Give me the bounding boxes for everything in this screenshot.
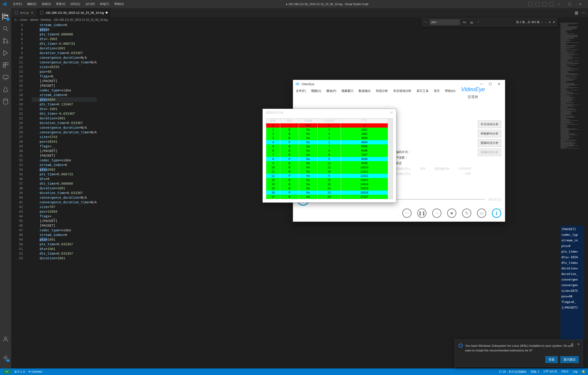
close-icon[interactable]: ✕ [496, 82, 503, 86]
stop-button[interactable]: ■ [447, 209, 456, 218]
ve-menu-item[interactable]: 视频窗口 [341, 89, 354, 93]
loop-button[interactable]: ↻ [462, 209, 471, 218]
ve-menu-item[interactable]: 非压缩域分析 [393, 89, 411, 93]
analyze-button[interactable]: 视频码流分析 [478, 139, 501, 147]
fullscreen-button[interactable]: ▭ [477, 209, 486, 218]
table-row[interactable]: 9BNo119009 [266, 161, 388, 165]
table-row[interactable]: 13BNo1513013 [266, 178, 388, 182]
table-row[interactable]: 1BNo31001 [266, 128, 388, 132]
menu-item[interactable]: 帮助(H) [112, 1, 126, 7]
status-item[interactable]: UTF-16 LE [543, 370, 557, 374]
prev-button[interactable]: ← [402, 209, 412, 218]
scm-icon[interactable] [2, 38, 9, 44]
tab[interactable]: 192.168.121.50_2023-12-10_23_06_10.log [37, 8, 111, 17]
more-icon[interactable]: ⋯ [581, 10, 585, 15]
tab[interactable]: test.py✕ [11, 8, 37, 17]
bell-icon[interactable]: 🔔 [582, 370, 585, 374]
menu-item[interactable]: 运行(R) [83, 1, 97, 7]
db-icon[interactable] [2, 98, 9, 105]
menu-item[interactable]: 终端(T) [97, 1, 111, 7]
close-icon[interactable]: ✕ [577, 343, 580, 346]
table-row[interactable]: 3BNo23003 [266, 136, 388, 140]
minimize-button[interactable]: ─ [554, 2, 564, 6]
ve-menu-item[interactable]: 其它工具 [417, 89, 429, 93]
maximize-icon[interactable]: ☐ [487, 82, 494, 86]
run-icon[interactable] [2, 50, 9, 56]
ve-menu-item[interactable]: 数据输出 [359, 89, 371, 93]
info-button[interactable]: i [492, 209, 501, 218]
maximize-button[interactable]: ☐ [564, 2, 575, 6]
explorer-icon[interactable]: 1 [2, 13, 9, 20]
prev-match-icon[interactable]: ↑ [541, 20, 543, 24]
layout-icon[interactable] [528, 2, 533, 6]
regex-opt[interactable]: .* [476, 20, 480, 24]
next-button[interactable]: → [432, 209, 441, 218]
find-in-selection-icon[interactable]: ≡ [549, 20, 550, 24]
close-find-icon[interactable]: ✕ [553, 20, 555, 24]
scrollbar[interactable] [388, 119, 393, 199]
testing-icon[interactable] [2, 86, 9, 92]
menu-item[interactable]: 查看(V) [54, 1, 68, 7]
table-row[interactable]: 7BNo67007 [266, 153, 388, 157]
remote-indicator[interactable]: >< [3, 370, 11, 374]
table-row[interactable]: 12PNo912012 [266, 174, 388, 178]
search-icon[interactable] [2, 25, 9, 32]
close-button[interactable]: ✕ [575, 2, 586, 6]
breadcrumb-item[interactable]: altnod [30, 18, 38, 21]
status-item[interactable]: 行 19，列 5 (已选择4) [499, 370, 526, 374]
analyze-button[interactable]: 非压缩域分析 [478, 121, 501, 128]
menu-item[interactable]: 选择(S) [39, 1, 53, 7]
problems[interactable]: ⊗ 0 ⚠ 0 [14, 370, 25, 373]
bitstream-titlebar[interactable]: 视频码流分析 ✕ [263, 109, 396, 116]
table-row[interactable]: 15BNo1415015 [266, 186, 388, 191]
ve-menu-item[interactable]: 码流分析 [376, 89, 388, 93]
remote-icon[interactable] [2, 74, 9, 81]
breadcrumb-item[interactable]: 192.168.121.50_2023-12-10_23_06_10.log [54, 18, 108, 21]
breadcrumb-item[interactable]: C: [14, 18, 17, 21]
table-row[interactable]: 5BNo75005 [266, 144, 388, 149]
table-row[interactable]: 16PNo1316016 [266, 191, 388, 195]
ve-menu-item[interactable]: 视图(V) [311, 89, 321, 93]
status-item[interactable]: 空格: 2 [531, 370, 539, 374]
settings-icon[interactable]: 1 [2, 355, 9, 361]
next-match-icon[interactable]: ↓ [545, 20, 546, 24]
table-row[interactable]: 2BNo42002 [266, 132, 388, 136]
show-suggestions-button[interactable]: 显示建议 [560, 356, 579, 363]
layout-icon[interactable] [549, 2, 554, 6]
split-icon[interactable]: ▥ [575, 10, 578, 15]
account-icon[interactable] [2, 336, 9, 342]
menu-item[interactable]: 编辑(E) [25, 1, 39, 7]
code-content[interactable]: stream_index=0 pts=0 pts_time=0.000000 d… [32, 23, 97, 261]
word-opt[interactable]: ab [469, 20, 474, 24]
menu-item[interactable]: 文件(F) [10, 1, 24, 7]
find-input[interactable] [430, 19, 460, 25]
gear-icon[interactable]: ⚙ [571, 343, 574, 346]
status-item[interactable]: CRLF [561, 370, 569, 374]
layout-icon[interactable] [535, 2, 539, 6]
ve-menu-item[interactable]: 帮助(H) [445, 89, 455, 93]
case-opt[interactable]: Aa [462, 20, 467, 24]
table-row[interactable]: 14BNo1614014 [266, 182, 388, 186]
table-row[interactable]: 0IYes00 [266, 123, 388, 128]
connect-status[interactable]: ⟳ Connect [29, 370, 42, 373]
ve-menu-item[interactable]: 播放(P) [326, 89, 336, 93]
table-row[interactable]: 6BNo86006 [266, 149, 388, 153]
table-row[interactable]: 10BNo1210010 [266, 165, 388, 170]
expand-icon[interactable]: › [424, 20, 428, 24]
layout-icon[interactable] [542, 2, 546, 6]
analyze-button[interactable]: 单帧解码分析 [478, 130, 501, 137]
extensions-icon[interactable] [2, 62, 9, 68]
table-row[interactable]: 4PNo14004 [266, 140, 388, 144]
table-row[interactable]: 8PNo58008 [266, 157, 388, 161]
breadcrumb-item[interactable]: Desktop [41, 18, 51, 21]
audio-stream-button[interactable]: 音频码流分析 [478, 149, 501, 156]
menu-item[interactable]: 转到(G) [68, 1, 82, 7]
minimize-icon[interactable]: ─ [478, 82, 485, 86]
breadcrumb-item[interactable]: Users [20, 18, 27, 21]
ve-menu-item[interactable]: 文件(F) [296, 89, 306, 93]
table-row[interactable]: 11BNo1011011 [266, 170, 388, 174]
ve-menu-item[interactable]: 语言 [434, 89, 440, 93]
pause-button[interactable]: ❚❚ [417, 209, 427, 218]
install-button[interactable]: 安装 [545, 356, 558, 363]
status-item[interactable]: Log [573, 370, 578, 374]
